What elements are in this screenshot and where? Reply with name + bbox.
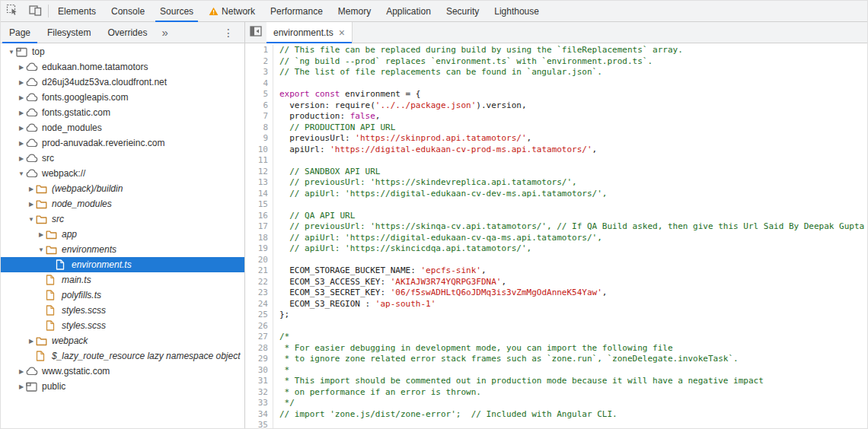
line-number[interactable]: 23 <box>245 288 273 299</box>
line-number[interactable]: 32 <box>245 387 273 399</box>
tree-item-prod-anuvadak-reverieinc-com[interactable]: ▶prod-anuvadak.reverieinc.com <box>1 135 244 151</box>
tree-item-edukaan-home-tatamotors[interactable]: ▶edukaan.home.tatamotors <box>1 59 244 75</box>
chevron-collapsed-icon[interactable]: ▶ <box>17 110 26 116</box>
code-line[interactable]: 23 ECOM_S3_SECRET_KEY: '06/f5swADHLtQ6oJ… <box>245 288 867 299</box>
device-toolbar-button[interactable] <box>24 1 46 21</box>
code-line[interactable]: 24 ECOM_S3_REGION : 'ap-south-1' <box>245 299 867 310</box>
line-number[interactable]: 29 <box>245 354 273 365</box>
line-number[interactable]: 18 <box>245 233 273 244</box>
code-line[interactable]: 4 <box>245 78 867 90</box>
chevron-collapsed-icon[interactable]: ▶ <box>17 155 26 162</box>
chevron-collapsed-icon[interactable]: ▶ <box>17 383 26 390</box>
code-line[interactable]: 5export const environment = { <box>245 89 867 100</box>
code-line[interactable]: 14 // apiUrl: 'https://digital-edukaan-c… <box>245 189 867 200</box>
tab-application[interactable]: Application <box>378 1 439 21</box>
tab-memory[interactable]: Memory <box>330 1 378 21</box>
chevron-collapsed-icon[interactable]: ▶ <box>17 64 26 71</box>
code-line[interactable]: 3// The list of file replacements can be… <box>245 67 867 78</box>
line-number[interactable]: 35 <box>245 420 273 429</box>
chevron-collapsed-icon[interactable]: ▶ <box>37 231 46 238</box>
chevron-expanded-icon[interactable]: ▼ <box>27 216 36 223</box>
code-line[interactable]: 13 // previousUrl: 'https://skindevrepli… <box>245 177 867 189</box>
line-number[interactable]: 19 <box>245 243 273 255</box>
tab-security[interactable]: Security <box>439 1 487 21</box>
tab-console[interactable]: Console <box>104 1 152 21</box>
code-line[interactable]: 2// `ng build --prod` replaces `environm… <box>245 56 867 68</box>
code-line[interactable]: 21 ECOM_STORAGE_BUCKET_NAME: 'epcfs-sink… <box>245 265 867 277</box>
editor-tab-environment-ts[interactable]: environment.ts × <box>266 22 353 43</box>
line-number[interactable]: 5 <box>245 89 273 100</box>
code-line[interactable]: 10 apiUrl: 'https://digital-edukaan-cv-p… <box>245 145 867 156</box>
chevron-collapsed-icon[interactable]: ▶ <box>17 368 26 375</box>
code-line[interactable]: 12 // SANDBOX API URL <box>245 167 867 178</box>
code-editor[interactable]: 1// This file can be replaced during bui… <box>245 43 867 429</box>
tree-item-fonts-gstatic-com[interactable]: ▶fonts.gstatic.com <box>1 105 244 120</box>
tree-item-top[interactable]: ▼top <box>1 44 244 59</box>
line-number[interactable]: 31 <box>245 376 273 387</box>
line-number[interactable]: 21 <box>245 265 273 277</box>
line-number[interactable]: 24 <box>245 299 273 310</box>
chevron-expanded-icon[interactable]: ▼ <box>17 170 26 177</box>
code-line[interactable]: 17 // previousUrl: 'https://skinqa-cv.ap… <box>245 221 867 233</box>
code-line[interactable]: 1// This file can be replaced during bui… <box>245 45 867 56</box>
code-line[interactable]: 25}; <box>245 310 867 321</box>
tree-item-webpack[interactable]: ▶webpack <box>1 333 244 348</box>
line-number[interactable]: 10 <box>245 145 273 156</box>
chevron-collapsed-icon[interactable]: ▶ <box>27 201 36 208</box>
code-line[interactable]: 29 * to ignore zone related error stack … <box>245 354 867 365</box>
code-line[interactable]: 30 * <box>245 365 867 377</box>
tree-item-src[interactable]: ▶src <box>1 151 244 166</box>
line-number[interactable]: 13 <box>245 177 273 189</box>
chevron-collapsed-icon[interactable]: ▶ <box>17 79 26 86</box>
tree-item--lazy-route-resource-lazy-namespace-object[interactable]: $_lazy_route_resource lazy namespace obj… <box>1 348 244 364</box>
line-number[interactable]: 27 <box>245 332 273 343</box>
tree-item-d26uj34udz53va-cloudfront-net[interactable]: ▶d26uj34udz53va.cloudfront.net <box>1 75 244 90</box>
line-number[interactable]: 33 <box>245 398 273 409</box>
chevron-collapsed-icon[interactable]: ▶ <box>17 125 26 132</box>
code-line[interactable]: 22 ECOM_S3_ACCESS_KEY: 'AKIAJW3R74YQRPG3… <box>245 277 867 288</box>
line-number[interactable]: 26 <box>245 321 273 332</box>
code-line[interactable]: 9 previousUrl: 'https://skinprod.api.tat… <box>245 133 867 145</box>
code-line[interactable]: 34// import 'zone.js/dist/zone-error'; /… <box>245 409 867 421</box>
code-line[interactable]: 19 // apiUrl: 'https://skincicdqa.api.ta… <box>245 243 867 255</box>
inspect-element-button[interactable] <box>1 1 24 21</box>
line-number[interactable]: 6 <box>245 100 273 112</box>
code-line[interactable]: 6 version: require('../../package.json')… <box>245 100 867 112</box>
line-number[interactable]: 11 <box>245 155 273 167</box>
code-line[interactable]: 15 <box>245 199 867 211</box>
line-number[interactable]: 30 <box>245 365 273 377</box>
line-number[interactable]: 2 <box>245 56 273 68</box>
line-number[interactable]: 8 <box>245 122 273 134</box>
tree-item-environment-ts[interactable]: environment.ts <box>1 257 244 272</box>
tree-item-node-modules[interactable]: ▶node_modules <box>1 196 244 211</box>
code-line[interactable]: 11 <box>245 155 867 167</box>
code-line[interactable]: 28 * For easier debugging in development… <box>245 343 867 354</box>
hide-navigator-button[interactable] <box>245 22 266 43</box>
line-number[interactable]: 7 <box>245 111 273 122</box>
tree-item-fonts-googleapis-com[interactable]: ▶fonts.googleapis.com <box>1 90 244 105</box>
tab-elements[interactable]: Elements <box>50 1 104 21</box>
tree-item-environments[interactable]: ▼environments <box>1 242 244 257</box>
line-number[interactable]: 28 <box>245 343 273 354</box>
tree-item-node-modules[interactable]: ▶node_modules <box>1 120 244 135</box>
navigator-tab-filesystem[interactable]: Filesystem <box>39 22 99 43</box>
tree-item-polyfills-ts[interactable]: polyfills.ts <box>1 288 244 303</box>
code-line[interactable]: 8 // PRODUCTION API URL <box>245 122 867 134</box>
line-number[interactable]: 14 <box>245 189 273 200</box>
line-number[interactable]: 25 <box>245 310 273 321</box>
tree-item-www-gstatic-com[interactable]: ▶www.gstatic.com <box>1 364 244 379</box>
line-number[interactable]: 22 <box>245 277 273 288</box>
chevron-expanded-icon[interactable]: ▼ <box>7 49 16 56</box>
code-line[interactable]: 35 <box>245 420 867 429</box>
chevron-collapsed-icon[interactable]: ▶ <box>17 94 26 101</box>
tree-item-public[interactable]: ▶public <box>1 379 244 394</box>
chevron-collapsed-icon[interactable]: ▶ <box>27 338 36 345</box>
line-number[interactable]: 16 <box>245 211 273 222</box>
chevron-collapsed-icon[interactable]: ▶ <box>17 140 26 147</box>
tree-item-app[interactable]: ▶app <box>1 227 244 242</box>
code-line[interactable]: 16 // QA API URL <box>245 211 867 222</box>
tab-sources[interactable]: Sources <box>152 1 201 21</box>
line-number[interactable]: 34 <box>245 409 273 421</box>
code-line[interactable]: 20 <box>245 255 867 266</box>
tree-item--webpack-buildin[interactable]: ▶(webpack)/buildin <box>1 181 244 196</box>
